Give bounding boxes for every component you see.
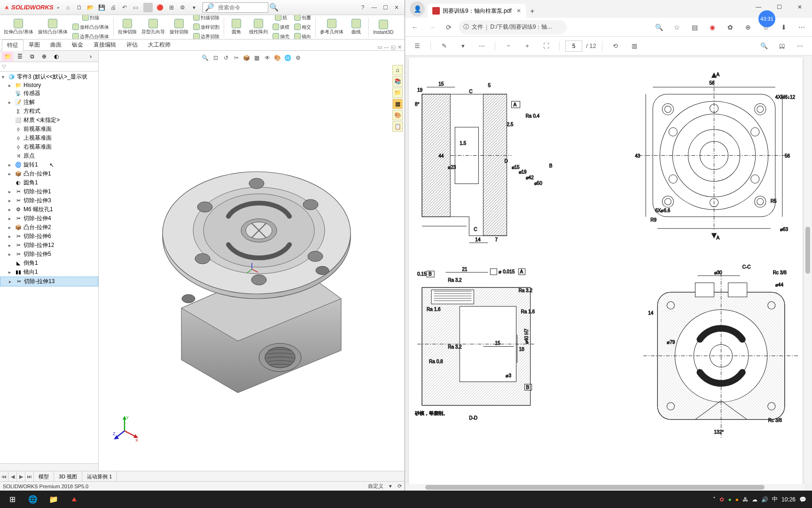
model-view[interactable] bbox=[134, 129, 369, 393]
tab-engineer[interactable]: 大工程师 bbox=[143, 39, 176, 50]
zoom-area-icon[interactable]: ⊡ bbox=[211, 54, 220, 62]
zoom-out-icon[interactable]: − bbox=[501, 39, 516, 54]
print-icon[interactable]: 🖨 bbox=[109, 3, 118, 12]
tree-tab-config[interactable]: ⧉ bbox=[26, 52, 38, 61]
tree-item[interactable]: 📡传感器 bbox=[0, 89, 98, 98]
doc-window-icon[interactable]: ▭ bbox=[377, 44, 382, 50]
tree-item[interactable]: ▸📁History bbox=[0, 81, 98, 89]
view-settings-icon[interactable]: ⚙ bbox=[294, 54, 303, 62]
taskpane-property-icon[interactable]: 📋 bbox=[392, 121, 403, 132]
extensions-icon[interactable]: ✿ bbox=[723, 20, 738, 35]
tree-item-selected[interactable]: ▸✂切除-拉伸13 bbox=[0, 277, 98, 286]
extrude-cut-button[interactable]: 拉伸切除 bbox=[116, 18, 139, 36]
view-triad[interactable]: Y X Z bbox=[113, 414, 141, 443]
favorite-icon[interactable]: ☆ bbox=[669, 20, 684, 35]
zoom-fit-icon[interactable]: 🔍 bbox=[201, 54, 210, 62]
tree-item[interactable]: ▸✂切除-拉伸4 bbox=[0, 214, 98, 223]
boundary-boss-button[interactable]: 边界凸台/基体 bbox=[70, 32, 111, 40]
status-mode[interactable]: 自定义 bbox=[368, 483, 383, 490]
tab-model[interactable]: 模型 bbox=[34, 471, 54, 481]
tab-evaluate[interactable]: 评估 bbox=[121, 39, 143, 50]
instant3d-button[interactable]: Instant3D bbox=[371, 19, 395, 36]
taskpane-explorer-icon[interactable]: 📁 bbox=[392, 87, 403, 98]
wrap-button[interactable]: 包覆 bbox=[292, 15, 313, 22]
new-icon[interactable]: 🗋 bbox=[75, 3, 84, 12]
tree-item[interactable]: Σ方程式 bbox=[0, 107, 98, 116]
pdf-hscrollbar[interactable] bbox=[405, 484, 804, 491]
revolve-boss-button[interactable]: 旋转凸台/基体 bbox=[36, 18, 70, 36]
pdf-vscrollbar[interactable] bbox=[804, 56, 811, 483]
tab-sketch[interactable]: 草图 bbox=[23, 39, 45, 50]
view-orient-icon[interactable]: 📦 bbox=[242, 54, 251, 62]
tree-item[interactable]: ⬜材质 <未指定> bbox=[0, 116, 98, 125]
linear-pattern-button[interactable]: 线性阵列 bbox=[247, 18, 270, 36]
tree-item[interactable]: ▸▮▮镜向1 bbox=[0, 268, 98, 277]
dropdown-icon[interactable]: ▸ bbox=[57, 5, 60, 10]
info-icon[interactable]: ⓘ bbox=[463, 23, 469, 31]
highlight-icon[interactable]: ▾ bbox=[455, 39, 470, 54]
tray-volume-icon[interactable]: 🔊 bbox=[761, 496, 768, 503]
tree-item[interactable]: ▸📦凸台-拉伸2 bbox=[0, 223, 98, 232]
help-icon[interactable]: ? bbox=[358, 2, 368, 13]
zoom-in-icon[interactable]: + bbox=[520, 39, 535, 54]
options-icon[interactable]: ⊞ bbox=[167, 3, 176, 12]
pdf-menu-icon[interactable]: ⋯ bbox=[792, 39, 807, 54]
extrude-boss-button[interactable]: 拉伸凸台/基体 bbox=[2, 18, 35, 36]
tree-item[interactable]: ▸✂切除-拉伸1 bbox=[0, 187, 98, 196]
page-input[interactable] bbox=[565, 40, 582, 52]
taskbar-explorer-icon[interactable]: 📁 bbox=[43, 491, 64, 508]
tree-tab-display[interactable]: ◐ bbox=[51, 52, 62, 61]
tree-item[interactable]: ▸✂切除-拉伸3 bbox=[0, 196, 98, 205]
taskpane-appearance-icon[interactable]: 🎨 bbox=[392, 110, 403, 120]
tray-ime[interactable]: 中 bbox=[772, 495, 778, 503]
tree-item[interactable]: ◊前视基准面 bbox=[0, 125, 98, 134]
draft-button[interactable]: 拔模 bbox=[271, 23, 291, 32]
curves-button[interactable]: 曲线 bbox=[346, 18, 366, 36]
read-aloud-icon[interactable]: 🕮 bbox=[774, 39, 789, 54]
tree-tab-dim[interactable]: ⊕ bbox=[39, 52, 50, 61]
refresh-button[interactable]: ⟳ bbox=[442, 20, 456, 34]
tree-item[interactable]: ◊上视基准面 bbox=[0, 134, 98, 143]
next-icon[interactable]: ▶ bbox=[17, 471, 25, 481]
tree-item[interactable]: ◣倒角1 bbox=[0, 259, 98, 268]
sweep-cut-button[interactable]: 扫描切除 bbox=[191, 15, 221, 22]
contents-icon[interactable]: ☰ bbox=[410, 39, 425, 54]
tray-network-icon[interactable]: 🖧 bbox=[742, 496, 748, 503]
command-search[interactable]: 🔎 bbox=[203, 2, 268, 13]
scene-icon[interactable]: 🌐 bbox=[284, 54, 292, 62]
tray-clock[interactable]: 10:26 bbox=[781, 496, 796, 503]
fillet-button[interactable]: 圆角 bbox=[226, 18, 246, 36]
browser-tab[interactable]: 国赛训练9：轴向柱塞泵.pdf ✕ bbox=[428, 4, 526, 18]
window-close-icon[interactable]: ✕ bbox=[789, 0, 810, 14]
tree-item[interactable]: ▸🌀旋转1↖ bbox=[0, 160, 98, 169]
tray-app-icon[interactable]: ✿ bbox=[719, 496, 724, 503]
taskbar-edge-icon[interactable]: 🌐 bbox=[23, 491, 43, 508]
tree-item[interactable]: ▸✂切除-拉伸5 bbox=[0, 250, 98, 259]
hide-show-icon[interactable]: 👁 bbox=[263, 54, 272, 62]
tray-chevron-icon[interactable]: ˄ bbox=[713, 496, 716, 503]
tab-sheetmetal[interactable]: 钣金 bbox=[67, 39, 88, 50]
tree-tab-more[interactable]: › bbox=[85, 52, 96, 61]
first-icon[interactable]: ⏮ bbox=[0, 471, 8, 481]
tab-motion[interactable]: 运动算例 1 bbox=[82, 471, 117, 481]
start-button[interactable]: ⊞ bbox=[2, 491, 23, 508]
taskpane-view-icon[interactable]: ▦ bbox=[392, 99, 403, 109]
rotate-icon[interactable]: ⟲ bbox=[608, 39, 623, 54]
loft-boss-button[interactable]: 放样凸台/基体 bbox=[70, 23, 111, 32]
tab-surface[interactable]: 曲面 bbox=[45, 39, 67, 50]
feature-tree[interactable]: ▾🧊零件3 (默认<<默认>_显示状 ▸📁History 📡传感器 ▸📝注解 Σ… bbox=[0, 71, 98, 463]
taskbar-solidworks-icon[interactable]: 🔺 bbox=[64, 491, 85, 508]
reading-list-icon[interactable]: ▤ bbox=[687, 20, 702, 35]
tree-item[interactable]: ⤮原点 bbox=[0, 151, 98, 160]
tree-item[interactable]: ▸📝注解 bbox=[0, 98, 98, 107]
tree-item[interactable]: ▸⚙M6 螺纹孔1 bbox=[0, 205, 98, 214]
profile-avatar[interactable]: 👤 bbox=[410, 1, 425, 16]
tree-item[interactable]: ▸✂切除-拉伸12 bbox=[0, 241, 98, 250]
undo-icon[interactable]: ↶ bbox=[120, 3, 129, 12]
save-icon[interactable]: 💾 bbox=[97, 3, 107, 12]
status-dropdown-icon[interactable]: ▾ bbox=[389, 483, 392, 489]
tray-app-icon[interactable]: ● bbox=[735, 496, 739, 503]
close-icon[interactable]: ✕ bbox=[391, 2, 402, 13]
more-icon[interactable]: ▾ bbox=[189, 3, 199, 12]
address-bar[interactable]: ⓘ 文件 | D:/下载/国赛训练9：轴... bbox=[459, 20, 567, 34]
